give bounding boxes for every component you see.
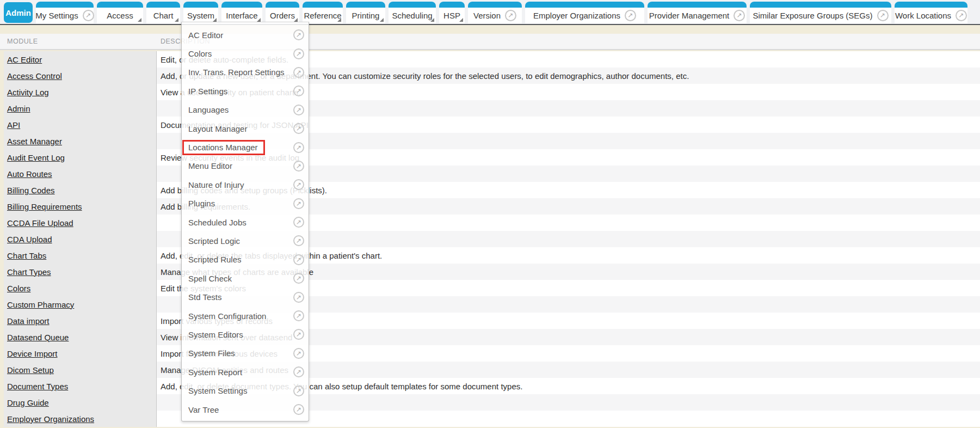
menu-item-scripted-rules[interactable]: Scripted Rules↗ <box>182 250 309 269</box>
menu-item-system-editors[interactable]: System Editors↗ <box>182 325 309 344</box>
menu-item-ip-settings[interactable]: IP Settings↗ <box>182 82 309 100</box>
external-link-icon[interactable]: ↗ <box>877 10 889 21</box>
external-link-icon[interactable]: ↗ <box>293 105 304 115</box>
tab-top-accent <box>303 2 343 8</box>
module-link-colors[interactable]: Colors <box>7 284 30 293</box>
module-link-chart-tabs[interactable]: Chart Tabs <box>7 251 46 260</box>
module-link-access-control[interactable]: Access Control <box>7 71 62 81</box>
menu-item-scheduled-jobs[interactable]: Scheduled Jobs↗ <box>182 213 309 231</box>
menu-item-label: Std Tests <box>188 292 221 302</box>
module-link-dicom-setup[interactable]: Dicom Setup <box>7 365 54 375</box>
external-link-icon[interactable]: ↗ <box>293 292 304 303</box>
external-link-icon[interactable]: ↗ <box>293 217 304 228</box>
menu-item-spell-check[interactable]: Spell Check↗ <box>182 269 309 288</box>
module-link-cda-upload[interactable]: CDA Upload <box>7 235 52 244</box>
external-link-icon[interactable]: ↗ <box>293 329 304 340</box>
external-link-icon[interactable]: ↗ <box>293 142 304 153</box>
external-link-icon[interactable]: ↗ <box>293 404 304 415</box>
external-link-icon[interactable]: ↗ <box>625 10 636 21</box>
module-link-billing-requirements[interactable]: Billing Requirements <box>7 202 82 211</box>
tab-reference[interactable]: Reference <box>303 2 343 23</box>
menu-item-system-settings[interactable]: System Settings↗ <box>182 381 309 400</box>
external-link-icon[interactable]: ↗ <box>293 386 304 396</box>
tab-version[interactable]: Version↗ <box>468 2 522 23</box>
module-link-audit-event-log[interactable]: Audit Event Log <box>7 153 65 162</box>
external-link-icon[interactable]: ↗ <box>293 310 304 321</box>
module-link-auto-routes[interactable]: Auto Routes <box>7 169 52 179</box>
menu-item-plugins[interactable]: Plugins↗ <box>182 194 309 213</box>
external-link-icon[interactable]: ↗ <box>83 10 94 21</box>
external-link-icon[interactable]: ↗ <box>293 235 304 246</box>
external-link-icon[interactable]: ↗ <box>293 161 304 172</box>
menu-item-system-report[interactable]: System Report↗ <box>182 363 309 381</box>
tab-similar-exposure-groups-segs[interactable]: Similar Exposure Groups (SEGs)↗ <box>750 2 891 23</box>
module-link-billing-codes[interactable]: Billing Codes <box>7 186 55 195</box>
tab-orders[interactable]: Orders <box>266 2 299 23</box>
external-link-icon[interactable]: ↗ <box>293 198 304 209</box>
menu-item-menu-editor[interactable]: Menu Editor↗ <box>182 157 309 175</box>
tab-scheduling[interactable]: Scheduling <box>389 2 436 23</box>
external-link-icon[interactable]: ↗ <box>956 10 967 21</box>
tab-label: Employer Organizations <box>533 11 620 20</box>
menu-item-system-configuration[interactable]: System Configuration↗ <box>182 307 309 325</box>
tab-access[interactable]: Access <box>97 2 143 23</box>
menu-item-label: System Editors <box>188 330 243 339</box>
highlight-box: Locations Manager <box>182 140 265 155</box>
module-link-device-import[interactable]: Device Import <box>7 349 58 358</box>
tab-work-locations[interactable]: Work Locations↗ <box>895 2 967 23</box>
menu-item-var-tree[interactable]: Var Tree↗ <box>182 400 309 419</box>
module-link-chart-types[interactable]: Chart Types <box>7 267 51 277</box>
tab-top-accent <box>750 2 891 8</box>
module-link-drug-guide[interactable]: Drug Guide <box>7 398 49 407</box>
menu-item-languages[interactable]: Languages↗ <box>182 101 309 119</box>
menu-item-inv-trans-report-settings[interactable]: Inv. Trans. Report Settings↗ <box>182 63 309 82</box>
menu-item-layout-manager[interactable]: Layout Manager↗ <box>182 119 309 138</box>
external-link-icon[interactable]: ↗ <box>293 67 304 78</box>
external-link-icon[interactable]: ↗ <box>293 273 304 284</box>
external-link-icon[interactable]: ↗ <box>293 85 304 96</box>
external-link-icon[interactable]: ↗ <box>293 348 304 359</box>
external-link-icon[interactable]: ↗ <box>293 48 304 59</box>
tab-label: Provider Management <box>649 11 730 20</box>
module-link-ac-editor[interactable]: AC Editor <box>7 55 42 64</box>
module-link-data-import[interactable]: Data import <box>7 316 50 326</box>
menu-item-system-files[interactable]: System Files↗ <box>182 344 309 363</box>
module-link-datasend-queue[interactable]: Datasend Queue <box>7 333 69 342</box>
table-row: Chart TypesManage what types of charts a… <box>0 264 980 280</box>
menu-item-colors[interactable]: Colors↗ <box>182 44 309 63</box>
external-link-icon[interactable]: ↗ <box>293 123 304 134</box>
tab-employer-organizations[interactable]: Employer Organizations↗ <box>525 2 644 23</box>
module-link-document-types[interactable]: Document Types <box>7 382 68 391</box>
menu-item-std-tests[interactable]: Std Tests↗ <box>182 288 309 306</box>
tab-printing[interactable]: Printing <box>346 2 385 23</box>
tab-label: Similar Exposure Groups (SEGs) <box>753 11 872 20</box>
table-row: Device ImportImport files from various d… <box>0 345 980 362</box>
menu-item-locations-manager[interactable]: Locations Manager↗ <box>182 138 309 156</box>
menu-item-ac-editor[interactable]: AC Editor↗ <box>182 26 309 44</box>
tab-chart[interactable]: Chart <box>146 2 180 23</box>
module-link-activity-log[interactable]: Activity Log <box>7 88 49 97</box>
external-link-icon[interactable]: ↗ <box>505 10 516 21</box>
tab-interface[interactable]: Interface <box>221 2 262 23</box>
external-link-icon[interactable]: ↗ <box>293 29 304 40</box>
external-link-icon[interactable]: ↗ <box>293 366 304 377</box>
submenu-notch-icon <box>175 18 178 22</box>
tab-hsp[interactable]: HSP <box>439 2 465 23</box>
module-link-admin[interactable]: Admin <box>7 104 30 113</box>
tab-admin[interactable]: Admin <box>4 2 33 23</box>
module-link-employer-organizations[interactable]: Employer Organizations <box>7 414 94 424</box>
module-link-ccda-file-upload[interactable]: CCDA File Upload <box>7 218 73 228</box>
tab-provider-management[interactable]: Provider Management↗ <box>648 2 747 23</box>
module-link-asset-manager[interactable]: Asset Manager <box>7 137 62 146</box>
tab-my-settings[interactable]: My Settings↗ <box>36 2 94 23</box>
external-link-icon[interactable]: ↗ <box>734 10 745 21</box>
module-link-custom-pharmacy[interactable]: Custom Pharmacy <box>7 300 74 309</box>
external-link-icon[interactable]: ↗ <box>293 254 304 265</box>
module-link-api[interactable]: API <box>7 120 20 130</box>
menu-item-label: System Report <box>188 368 242 377</box>
menu-item-scripted-logic[interactable]: Scripted Logic↗ <box>182 231 309 250</box>
external-link-icon[interactable]: ↗ <box>293 179 304 190</box>
menu-item-nature-of-injury[interactable]: Nature of Injury↗ <box>182 175 309 194</box>
tab-system[interactable]: System <box>183 2 218 23</box>
menu-item-label: Var Tree <box>188 405 219 414</box>
